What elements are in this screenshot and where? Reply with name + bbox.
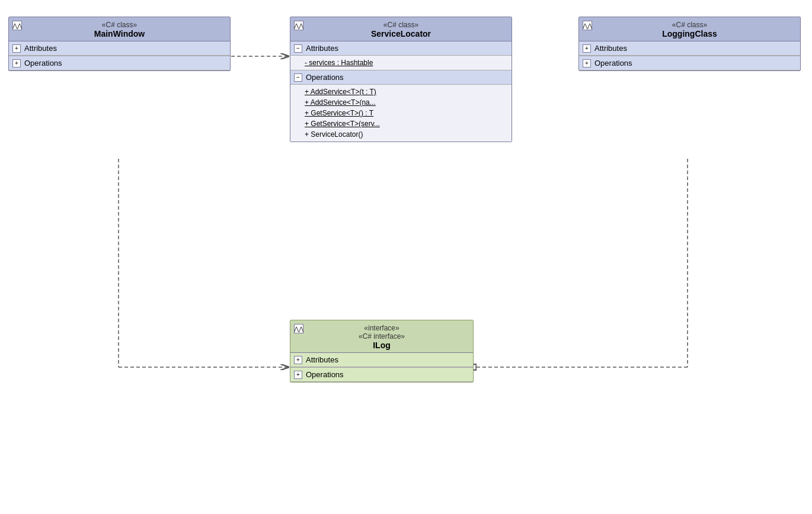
ilog-operations-header[interactable]: + Operations	[290, 368, 473, 382]
loggingclass-stereotype: «C# class»	[584, 21, 795, 29]
ilog-class: ⋀⋀ «interface» «C# interface» ILog + Att…	[290, 320, 474, 383]
mainwindow-attributes-expand[interactable]: +	[12, 44, 21, 53]
servicelocator-attributes-expand[interactable]: −	[294, 44, 302, 53]
loggingclass-attributes-expand[interactable]: +	[583, 44, 591, 53]
ilog-operations-expand[interactable]: +	[294, 371, 302, 379]
loggingclass-operations-expand[interactable]: +	[583, 59, 591, 68]
mainwindow-operations-expand[interactable]: +	[12, 59, 21, 68]
mainwindow-attributes-section: + Attributes	[9, 41, 230, 56]
servicelocator-collapse-icon[interactable]: ⋀⋀	[294, 21, 303, 30]
servicelocator-operations-header[interactable]: − Operations	[290, 70, 512, 85]
mainwindow-classname: MainWindow	[14, 29, 225, 38]
mainwindow-attributes-label: Attributes	[24, 44, 57, 53]
loggingclass-header: ⋀⋀ «C# class» LoggingClass	[579, 17, 800, 41]
diagram-canvas: ⋀⋀ «C# class» MainWindow + Attributes + …	[0, 0, 812, 514]
ilog-attributes-section: + Attributes	[290, 353, 473, 368]
loggingclass-classname: LoggingClass	[584, 29, 795, 38]
ilog-stereotype1: «interface»	[295, 324, 468, 332]
servicelocator-attributes-label: Attributes	[306, 44, 338, 53]
servicelocator-attributes-body: - services : Hashtable	[290, 56, 512, 70]
servicelocator-header: ⋀⋀ «C# class» ServiceLocator	[290, 17, 512, 41]
ilog-classname: ILog	[295, 340, 468, 350]
mainwindow-header: ⋀⋀ «C# class» MainWindow	[9, 17, 230, 41]
servicelocator-operations-label: Operations	[306, 73, 344, 82]
mainwindow-stereotype: «C# class»	[14, 21, 225, 29]
loggingclass-collapse-icon[interactable]: ⋀⋀	[583, 21, 592, 30]
loggingclass-attributes-section: + Attributes	[579, 41, 800, 56]
mainwindow-class: ⋀⋀ «C# class» MainWindow + Attributes + …	[8, 17, 231, 71]
loggingclass-attributes-header[interactable]: + Attributes	[579, 41, 800, 56]
ilog-header: ⋀⋀ «interface» «C# interface» ILog	[290, 320, 473, 353]
loggingclass-operations-header[interactable]: + Operations	[579, 56, 800, 70]
servicelocator-class: ⋀⋀ «C# class» ServiceLocator − Attribute…	[290, 17, 512, 142]
servicelocator-classname: ServiceLocator	[295, 29, 507, 38]
servicelocator-op-1: + AddService<T>(t : T)	[305, 86, 507, 97]
servicelocator-attributes-section: − Attributes - services : Hashtable	[290, 41, 512, 70]
loggingclass-attributes-label: Attributes	[594, 44, 627, 53]
ilog-attributes-expand[interactable]: +	[294, 356, 302, 364]
mainwindow-collapse-icon[interactable]: ⋀⋀	[12, 21, 22, 30]
ilog-operations-label: Operations	[306, 370, 344, 379]
servicelocator-op-2: + AddService<T>(na...	[305, 97, 507, 108]
ilog-stereotype2: «C# interface»	[295, 332, 468, 340]
servicelocator-operations-body: + AddService<T>(t : T) + AddService<T>(n…	[290, 85, 512, 142]
loggingclass-class: ⋀⋀ «C# class» LoggingClass + Attributes …	[578, 17, 801, 71]
ilog-attributes-header[interactable]: + Attributes	[290, 353, 473, 367]
mainwindow-operations-section: + Operations	[9, 56, 230, 70]
servicelocator-op-3: + GetService<T>() : T	[305, 108, 507, 118]
servicelocator-attributes-header[interactable]: − Attributes	[290, 41, 512, 56]
mainwindow-attributes-header[interactable]: + Attributes	[9, 41, 230, 56]
ilog-collapse-icon[interactable]: ⋀⋀	[294, 324, 303, 333]
ilog-operations-section: + Operations	[290, 368, 473, 382]
loggingclass-operations-label: Operations	[594, 59, 632, 68]
servicelocator-op-4: + GetService<T>(serv...	[305, 118, 507, 129]
servicelocator-attr-1: - services : Hashtable	[305, 57, 507, 68]
loggingclass-operations-section: + Operations	[579, 56, 800, 70]
mainwindow-operations-header[interactable]: + Operations	[9, 56, 230, 70]
mainwindow-operations-label: Operations	[24, 59, 62, 68]
ilog-attributes-label: Attributes	[306, 355, 338, 364]
servicelocator-stereotype: «C# class»	[295, 21, 507, 29]
servicelocator-operations-section: − Operations + AddService<T>(t : T) + Ad…	[290, 70, 512, 142]
servicelocator-op-5: + ServiceLocator()	[305, 129, 507, 140]
servicelocator-operations-expand[interactable]: −	[294, 73, 302, 82]
